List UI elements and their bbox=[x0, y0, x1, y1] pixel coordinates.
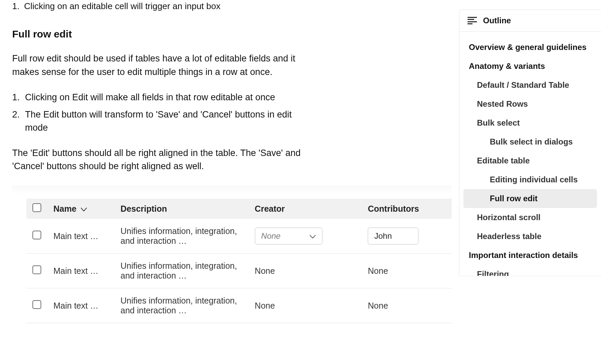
outline-icon bbox=[467, 17, 477, 24]
outline-item[interactable]: Anatomy & variants bbox=[463, 57, 597, 76]
outline-item[interactable]: Default / Standard Table bbox=[463, 76, 597, 95]
steps-list: 1. Clicking on Edit will make all fields… bbox=[12, 91, 316, 134]
row-checkbox[interactable] bbox=[32, 265, 41, 274]
example-table-wrap: Name Description Creator Contributors Ma… bbox=[12, 185, 452, 323]
step-item: 1. Clicking on Edit will make all fields… bbox=[25, 91, 316, 104]
row-checkbox[interactable] bbox=[32, 300, 41, 309]
row-checkbox[interactable] bbox=[32, 231, 41, 239]
name-cell[interactable]: Main text … bbox=[47, 254, 115, 288]
select-all-checkbox[interactable] bbox=[32, 203, 41, 212]
chevron-down-icon bbox=[309, 231, 316, 241]
header-checkbox-cell bbox=[26, 199, 47, 219]
step-item: 2. The Edit button will transform to 'Sa… bbox=[25, 108, 316, 134]
contributors-input[interactable]: John bbox=[368, 228, 418, 244]
creator-select[interactable]: None bbox=[255, 228, 322, 244]
header-name-label: Name bbox=[53, 204, 76, 213]
outline-item[interactable]: Nested Rows bbox=[463, 95, 597, 113]
header-name[interactable]: Name bbox=[47, 199, 115, 219]
outline-panel: Outline Overview & general guidelinesAna… bbox=[459, 9, 601, 276]
outline-item[interactable]: Filtering bbox=[463, 265, 597, 276]
table-row: Main text … Unifies information, integra… bbox=[26, 288, 452, 323]
header-creator[interactable]: Creator bbox=[249, 199, 362, 219]
outline-list: Overview & general guidelinesAnatomy & v… bbox=[459, 32, 601, 276]
prior-list-item: 1. Clicking on an editable cell will tri… bbox=[12, 0, 316, 12]
contributors-cell[interactable]: None bbox=[362, 254, 452, 288]
creator-cell[interactable]: None bbox=[249, 288, 362, 323]
description-cell[interactable]: Unifies information, integration, and in… bbox=[115, 219, 249, 254]
example-table: Name Description Creator Contributors Ma… bbox=[26, 199, 452, 323]
prior-list-text: Clicking on an editable cell will trigge… bbox=[24, 1, 220, 11]
outline-item[interactable]: Editing individual cells bbox=[463, 170, 597, 189]
outline-title: Outline bbox=[483, 16, 511, 25]
name-cell[interactable]: Main text … bbox=[47, 219, 115, 254]
description-cell[interactable]: Unifies information, integration, and in… bbox=[115, 288, 249, 323]
header-contributors[interactable]: Contributors bbox=[362, 199, 452, 219]
outline-item[interactable]: Overview & general guidelines bbox=[463, 38, 597, 57]
chevron-down-icon bbox=[81, 204, 87, 214]
header-description[interactable]: Description bbox=[115, 199, 249, 219]
outline-item[interactable]: Full row edit bbox=[463, 189, 597, 208]
table-row: Main text … Unifies information, integra… bbox=[26, 219, 452, 254]
table-header-row: Name Description Creator Contributors bbox=[26, 199, 452, 219]
step-marker: 1. bbox=[12, 91, 20, 104]
outline-item[interactable]: Important interaction details bbox=[463, 246, 597, 265]
outline-header: Outline bbox=[459, 10, 601, 32]
step-marker: 2. bbox=[12, 108, 20, 121]
main-content: 1. Clicking on an editable cell will tri… bbox=[12, 0, 316, 323]
creator-cell[interactable]: None bbox=[249, 254, 362, 288]
step-text: Clicking on Edit will make all fields in… bbox=[25, 92, 275, 102]
creator-select-value: None bbox=[261, 231, 281, 241]
outline-item[interactable]: Horizontal scroll bbox=[463, 208, 597, 227]
alignment-paragraph: The 'Edit' buttons should all be right a… bbox=[12, 147, 316, 173]
outline-item[interactable]: Headerless table bbox=[463, 227, 597, 246]
contributors-cell[interactable]: None bbox=[362, 288, 452, 323]
step-text: The Edit button will transform to 'Save'… bbox=[25, 109, 292, 133]
outline-item[interactable]: Bulk select bbox=[463, 113, 597, 132]
outline-item[interactable]: Editable table bbox=[463, 151, 597, 170]
description-cell[interactable]: Unifies information, integration, and in… bbox=[115, 254, 249, 288]
contributors-input-value: John bbox=[374, 231, 392, 240]
name-cell[interactable]: Main text … bbox=[47, 288, 115, 323]
intro-paragraph: Full row edit should be used if tables h… bbox=[12, 52, 316, 78]
table-row: Main text … Unifies information, integra… bbox=[26, 254, 452, 288]
prior-list-marker: 1. bbox=[12, 0, 22, 12]
outline-item[interactable]: Bulk select in dialogs bbox=[463, 132, 597, 151]
section-heading-full-row-edit: Full row edit bbox=[12, 28, 316, 40]
